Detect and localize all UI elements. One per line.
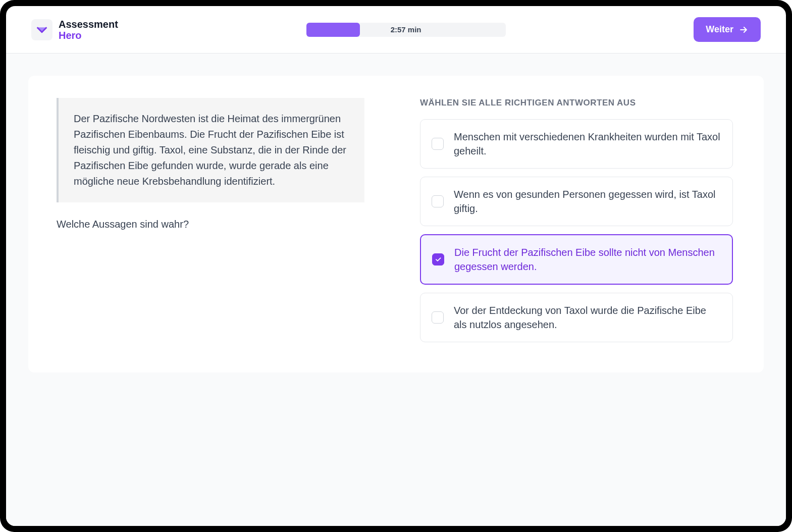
option-text: Wenn es von gesunden Personen gegessen w… <box>454 187 721 216</box>
next-button[interactable]: Weiter <box>694 17 761 42</box>
question-prompt: Welche Aussagen sind wahr? <box>57 219 364 230</box>
question-column: Der Pazifische Nordwesten ist die Heimat… <box>57 98 364 350</box>
check-icon <box>435 256 442 263</box>
logo-text-line1: Assessment <box>59 19 118 30</box>
answer-option-1[interactable]: Menschen mit verschiedenen Krankheiten w… <box>420 119 733 169</box>
logo: Assessment Hero <box>31 19 118 41</box>
answer-option-2[interactable]: Wenn es von gesunden Personen gegessen w… <box>420 177 733 226</box>
option-text: Menschen mit verschiedenen Krankheiten w… <box>454 130 721 158</box>
logo-text-line2: Hero <box>59 30 118 41</box>
option-text: Die Frucht der Pazifischen Eibe sollte n… <box>454 245 721 274</box>
progress-bar: 2:57 min <box>306 23 506 37</box>
passage-text: Der Pazifische Nordwesten ist die Heimat… <box>57 98 364 202</box>
header: Assessment Hero 2:57 min Weiter <box>6 6 786 54</box>
logo-icon <box>31 19 52 40</box>
instruction-label: WÄHLEN SIE ALLE RICHTIGEN ANTWORTEN AUS <box>420 98 733 108</box>
content-area: Der Pazifische Nordwesten ist die Heimat… <box>6 54 786 526</box>
arrow-right-icon <box>738 25 749 35</box>
answer-option-4[interactable]: Vor der Entdeckung von Taxol wurde die P… <box>420 293 733 342</box>
answer-option-3[interactable]: Die Frucht der Pazifischen Eibe sollte n… <box>420 234 733 285</box>
checkbox-icon <box>432 195 444 207</box>
next-button-label: Weiter <box>706 24 733 35</box>
answers-column: WÄHLEN SIE ALLE RICHTIGEN ANTWORTEN AUS … <box>420 98 733 350</box>
timer-text: 2:57 min <box>391 25 421 34</box>
checkbox-icon <box>432 311 444 324</box>
question-card: Der Pazifische Nordwesten ist die Heimat… <box>28 76 764 373</box>
option-text: Vor der Entdeckung von Taxol wurde die P… <box>454 303 721 332</box>
checkbox-icon <box>432 138 444 150</box>
progress-fill <box>306 23 360 37</box>
checkbox-icon <box>432 253 444 265</box>
